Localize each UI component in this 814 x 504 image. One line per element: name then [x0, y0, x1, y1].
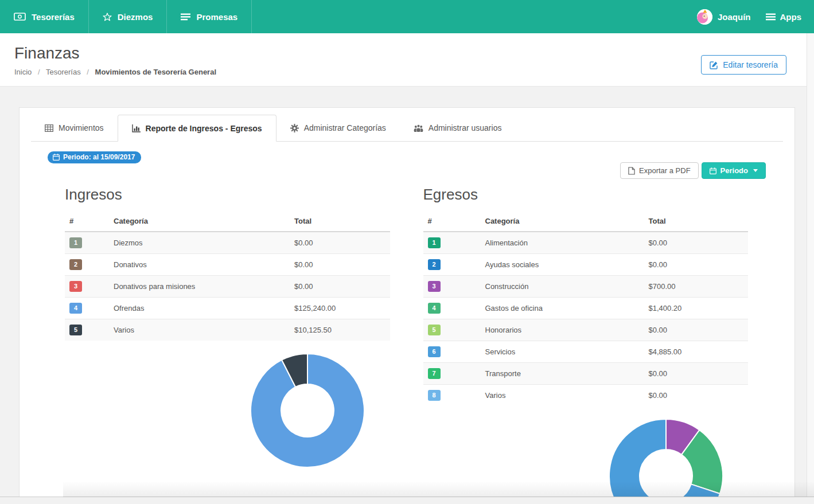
users-icon: [414, 124, 423, 132]
apps-menu[interactable]: Apps: [766, 12, 802, 22]
category-cell: Ayudas sociales: [481, 254, 644, 276]
row-number-badge: 4: [69, 303, 82, 314]
apps-label: Apps: [780, 12, 802, 22]
money-bill-icon: [14, 13, 26, 21]
periodo-button-label: Periodo: [720, 166, 748, 175]
tab-label: Administrar Categorías: [304, 123, 386, 132]
ingresos-donut-chart: [250, 353, 365, 468]
column-header-num: #: [423, 212, 481, 232]
category-cell: Gastos de oficina: [481, 298, 644, 319]
edit-tesoreria-button[interactable]: Editar tesorería: [701, 55, 786, 75]
total-cell: $0.00: [644, 385, 749, 407]
edit-button-label: Editar tesorería: [723, 60, 778, 69]
nav-item-label: Diezmos: [118, 12, 153, 22]
breadcrumb-tesorerias[interactable]: Tesorerías: [46, 68, 81, 76]
vertical-scrollbar[interactable]: [807, 33, 814, 497]
gear-icon: [290, 124, 299, 132]
pdf-file-icon: [628, 167, 635, 175]
ingresos-title: Ingresos: [65, 186, 390, 204]
top-navbar: Tesorerías Diezmos Promesas Joaquín Apps: [0, 0, 814, 33]
egresos-title: Egresos: [423, 186, 749, 204]
row-number-badge: 5: [69, 325, 82, 335]
tab-reporte-ingresos-egresos[interactable]: Reporte de Ingresos - Egresos: [118, 115, 276, 142]
nav-item-diezmos[interactable]: Diezmos: [89, 0, 168, 33]
export-pdf-label: Exportar a PDF: [639, 166, 691, 175]
tab-administrar-categorias[interactable]: Administrar Categorías: [276, 115, 400, 141]
table-row: 1Alimentación$0.00: [423, 232, 749, 254]
total-cell: $0.00: [644, 319, 749, 341]
horizontal-scrollbar[interactable]: [0, 497, 814, 504]
total-cell: $0.00: [644, 232, 749, 254]
tab-administrar-usuarios[interactable]: Administrar usuarios: [400, 115, 516, 141]
row-number-badge: 3: [428, 281, 441, 292]
table-row: 4Gastos de oficina$1,400.20: [423, 298, 749, 319]
row-number-badge: 4: [428, 303, 441, 314]
row-number-badge: 3: [69, 281, 82, 292]
table-row: 4Ofrendas$125,240.00: [65, 298, 390, 319]
egresos-donut-chart: [608, 418, 724, 504]
user-menu[interactable]: Joaquín: [697, 9, 751, 25]
tab-label: Movimientos: [59, 123, 104, 132]
category-cell: Transporte: [481, 363, 644, 385]
nav-item-label: Tesorerías: [32, 12, 75, 22]
user-name: Joaquín: [718, 12, 751, 22]
ingresos-table: # Categoría Total 1Diezmos$0.002Donativo…: [65, 212, 390, 341]
calendar-icon: [53, 154, 60, 161]
nav-item-label: Promesas: [196, 12, 237, 22]
egresos-section: Egresos # Categoría Total 1Alimentación$…: [423, 186, 749, 504]
toolbar-buttons: Exportar a PDF Periodo: [620, 162, 766, 179]
egresos-table: # Categoría Total 1Alimentación$0.002Ayu…: [423, 212, 749, 406]
row-number-badge: 1: [69, 237, 82, 248]
total-cell: $0.00: [644, 363, 749, 385]
column-header-total: Total: [644, 212, 749, 232]
breadcrumb-separator: /: [38, 68, 40, 76]
category-cell: Honorarios: [481, 319, 644, 341]
total-cell: $4,885.00: [644, 341, 749, 363]
column-header-categoria: Categoría: [109, 212, 290, 232]
chevron-down-icon: [753, 169, 758, 172]
tab-label: Reporte de Ingresos - Egresos: [146, 124, 262, 133]
row-number-badge: 8: [428, 390, 441, 401]
total-cell: $0.00: [644, 254, 749, 276]
table-row: 8Varios$0.00: [423, 385, 749, 407]
export-pdf-button[interactable]: Exportar a PDF: [620, 162, 699, 179]
avatar: [697, 9, 712, 25]
breadcrumb-separator: /: [87, 68, 89, 76]
row-number-badge: 1: [428, 237, 441, 248]
total-cell: $10,125.50: [290, 319, 390, 341]
periodo-dropdown-button[interactable]: Periodo: [702, 162, 766, 179]
category-cell: Varios: [481, 385, 644, 407]
report-columns: Ingresos # Categoría Total 1Diezmos$0.00…: [20, 179, 794, 504]
page-header: Finanzas Inicio / Tesorerías / Movimient…: [0, 33, 814, 87]
breadcrumb: Inicio / Tesorerías / Movimientos de Tes…: [14, 68, 814, 76]
total-cell: $0.00: [290, 254, 390, 276]
table-row: 3Donativos para misiones$0.00: [65, 276, 390, 298]
category-cell: Varios: [109, 319, 290, 341]
breadcrumb-current: Movimientos de Tesorería General: [95, 68, 216, 76]
edit-icon: [710, 61, 718, 69]
content-area: Movimientos Reporte de Ingresos - Egreso…: [0, 87, 814, 504]
breadcrumb-inicio[interactable]: Inicio: [14, 68, 32, 76]
table-row: 7Transporte$0.00: [423, 363, 749, 385]
bar-chart-icon: [132, 124, 141, 132]
star-icon: [103, 13, 112, 21]
report-toolbar: Periodo: al 15/09/2017 Exportar a PDF Pe…: [20, 142, 794, 179]
total-cell: $0.00: [290, 276, 390, 298]
total-cell: $0.00: [290, 232, 390, 254]
category-cell: Donativos: [109, 254, 290, 276]
apps-icon: [766, 13, 776, 21]
category-cell: Diezmos: [109, 232, 290, 254]
navbar-right: Joaquín Apps: [697, 0, 814, 33]
tab-movimientos[interactable]: Movimientos: [31, 115, 118, 141]
category-cell: Servicios: [481, 341, 644, 363]
row-number-badge: 7: [428, 368, 441, 379]
nav-item-tesorerias[interactable]: Tesorerías: [0, 0, 89, 33]
category-cell: Alimentación: [481, 232, 644, 254]
row-number-badge: 6: [428, 346, 441, 357]
total-cell: $1,400.20: [644, 298, 749, 319]
table-row: 5Honorarios$0.00: [423, 319, 749, 341]
row-number-badge: 5: [428, 325, 441, 335]
list-icon: [181, 13, 190, 21]
table-row: 5Varios$10,125.50: [65, 319, 390, 341]
nav-item-promesas[interactable]: Promesas: [167, 0, 252, 33]
